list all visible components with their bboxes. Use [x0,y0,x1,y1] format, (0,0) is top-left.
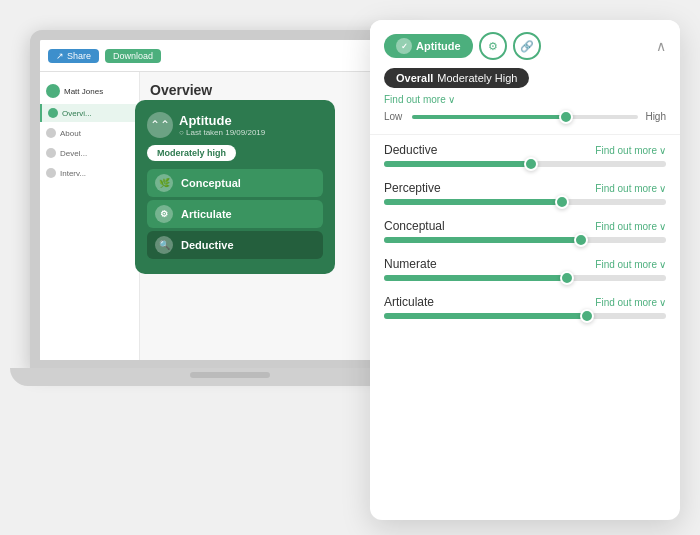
deductive-label: Deductive [181,239,234,251]
panel-header: ✓ Aptitude ⚙ 🔗 ∧ Overall Moderately High… [370,20,680,135]
about-label: About [60,129,81,138]
low-high-row: Low High [384,111,666,122]
overall-slider-thumb[interactable] [559,110,573,124]
aptitude-tab-icon: ✓ [396,38,412,54]
share-button[interactable]: ↗ Share [48,49,99,63]
metric-row-deductive: Deductive Find out more ∨ [384,143,666,167]
metric-header-1: Perceptive Find out more ∨ [384,181,666,195]
moderately-badge: Moderately high [147,145,236,161]
overview-icon [48,108,58,118]
metric-row-perceptive: Perceptive Find out more ∨ [384,181,666,205]
metric-find-more-0[interactable]: Find out more ∨ [595,145,666,156]
metric-slider-0[interactable] [384,161,666,167]
aptitude-card-laptop: ⌃⌃ Aptitude ○ Last taken 19/09/2019 Mode… [135,100,335,274]
find-out-more-overall[interactable]: Find out more ∨ [384,94,666,105]
sub-items-list: 🌿 Conceptual ⚙ Articulate 🔍 Deductive [147,169,323,259]
aptitude-tab-label: Aptitude [416,40,461,52]
metric-find-more-2[interactable]: Find out more ∨ [595,221,666,232]
metric-find-more-4[interactable]: Find out more ∨ [595,297,666,308]
aptitude-title: Aptitude [179,113,265,128]
metric-slider-2[interactable] [384,237,666,243]
aptitude-tab[interactable]: ✓ Aptitude [384,34,473,58]
metric-header-0: Deductive Find out more ∨ [384,143,666,157]
sub-item-conceptual[interactable]: 🌿 Conceptual [147,169,323,197]
interv-label: Interv... [60,169,86,178]
devel-icon [46,148,56,158]
metric-slider-1[interactable] [384,199,666,205]
download-label: Download [113,51,153,61]
metric-find-more-1[interactable]: Find out more ∨ [595,183,666,194]
metric-name-4: Articulate [384,295,434,309]
aptitude-icon: ⌃⌃ [147,112,173,138]
chevron-icon-4: ∨ [659,297,666,308]
sidebar-item-overview[interactable]: Overvi... [40,104,139,122]
avatar [46,84,60,98]
overall-slider-fill [412,115,566,119]
panel-tabs: ✓ Aptitude ⚙ 🔗 ∧ [384,32,666,60]
metric-name-1: Perceptive [384,181,441,195]
metric-header-2: Conceptual Find out more ∨ [384,219,666,233]
devel-label: Devel... [60,149,87,158]
laptop-topbar: ↗ Share Download [40,40,420,72]
conceptual-icon: 🌿 [155,174,173,192]
user-name: Matt Jones [64,87,103,96]
scene: ↗ Share Download Matt Jones [0,0,700,535]
metric-header-3: Numerate Find out more ∨ [384,257,666,271]
laptop-sidebar: Matt Jones Overvi... About Devel... [40,72,140,360]
right-panel: ✓ Aptitude ⚙ 🔗 ∧ Overall Moderately High… [370,20,680,520]
metric-thumb-3[interactable] [560,271,574,285]
sub-item-deductive[interactable]: 🔍 Deductive [147,231,323,259]
metric-fill-0 [384,161,531,167]
metric-name-3: Numerate [384,257,437,271]
metric-fill-4 [384,313,587,319]
overall-label: Overall [396,72,433,84]
panel-icon-btn-1[interactable]: ⚙ [479,32,507,60]
metric-header-4: Articulate Find out more ∨ [384,295,666,309]
chevron-icon-3: ∨ [659,259,666,270]
metric-thumb-4[interactable] [580,309,594,323]
metric-fill-1 [384,199,562,205]
metric-name-2: Conceptual [384,219,445,233]
sidebar-item-about[interactable]: About [40,124,139,142]
download-button[interactable]: Download [105,49,161,63]
metric-slider-4[interactable] [384,313,666,319]
metric-slider-3[interactable] [384,275,666,281]
metric-fill-3 [384,275,567,281]
share-label: Share [67,51,91,61]
articulate-icon: ⚙ [155,205,173,223]
sidebar-user: Matt Jones [40,80,139,102]
overall-badge: Overall Moderately High [384,68,529,88]
metric-name-0: Deductive [384,143,437,157]
overall-slider-track[interactable] [412,115,638,119]
deductive-icon: 🔍 [155,236,173,254]
metric-row-conceptual: Conceptual Find out more ∨ [384,219,666,243]
metric-thumb-0[interactable] [524,157,538,171]
panel-chevron-up[interactable]: ∧ [656,38,666,54]
chevron-icon-1: ∨ [659,183,666,194]
panel-icon-btn-2[interactable]: 🔗 [513,32,541,60]
metric-find-more-3[interactable]: Find out more ∨ [595,259,666,270]
articulate-label: Articulate [181,208,232,220]
panel-body: Deductive Find out more ∨ Perceptive Fin… [370,135,680,495]
interv-icon [46,168,56,178]
chevron-down-icon: ∨ [448,94,455,105]
aptitude-date: ○ Last taken 19/09/2019 [179,128,265,137]
share-icon: ↗ [56,51,64,61]
about-icon [46,128,56,138]
chevron-icon-0: ∨ [659,145,666,156]
metric-row-numerate: Numerate Find out more ∨ [384,257,666,281]
metric-thumb-2[interactable] [574,233,588,247]
metric-fill-2 [384,237,581,243]
chevron-icon-2: ∨ [659,221,666,232]
metric-row-articulate: Articulate Find out more ∨ [384,295,666,319]
sub-item-articulate[interactable]: ⚙ Articulate [147,200,323,228]
clock-icon: ○ [179,128,184,137]
find-out-more-label: Find out more [384,94,446,105]
sidebar-item-devel[interactable]: Devel... [40,144,139,162]
high-label: High [644,111,666,122]
overall-value: Moderately High [437,72,517,84]
conceptual-label: Conceptual [181,177,241,189]
low-label: Low [384,111,406,122]
sidebar-item-interv[interactable]: Interv... [40,164,139,182]
metric-thumb-1[interactable] [555,195,569,209]
